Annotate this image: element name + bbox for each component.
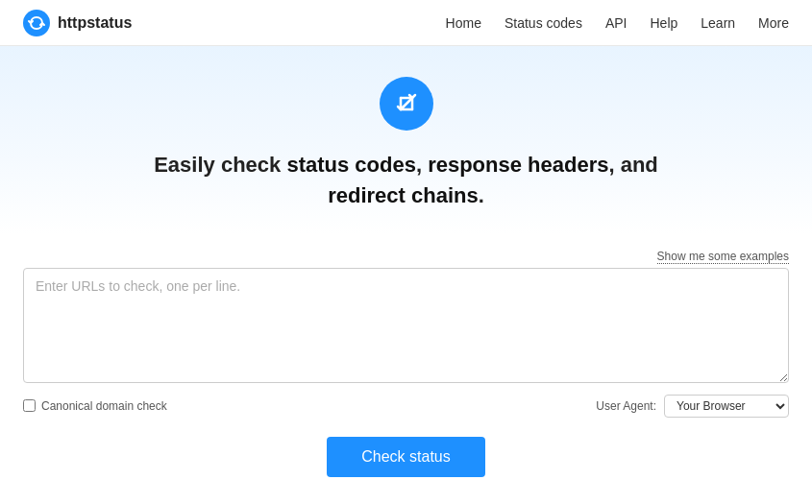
user-agent-select[interactable]: Your Browser Googlebot Bingbot Chrome Fi… (664, 395, 789, 418)
nav-link-home[interactable]: Home (446, 15, 481, 31)
check-status-row: Check status (23, 437, 789, 477)
brand-name: httpstatus (58, 14, 132, 32)
hero-icon-circle (380, 77, 433, 131)
user-agent-label: User Agent: (596, 399, 656, 413)
canonical-domain-label[interactable]: Canonical domain check (23, 399, 167, 413)
logo-area: httpstatus (23, 10, 132, 36)
bold-status-codes: status codes (286, 153, 416, 177)
show-examples-link[interactable]: Show me some examples (657, 250, 789, 264)
nav-link-status-codes[interactable]: Status codes (504, 15, 582, 31)
bold-redirect-chains: redirect chains (328, 183, 479, 207)
canonical-domain-checkbox[interactable] (23, 399, 36, 412)
svg-point-0 (23, 10, 50, 36)
check-status-button[interactable]: Check status (327, 437, 484, 477)
nav-link-api[interactable]: API (605, 15, 627, 31)
show-examples-row: Show me some examples (23, 250, 789, 264)
nav-link-learn[interactable]: Learn (701, 15, 735, 31)
navbar: httpstatus Home Status codes API Help Le… (0, 0, 812, 46)
options-row: Canonical domain check User Agent: Your … (23, 395, 789, 418)
bold-response-headers: response headers (428, 153, 608, 177)
canonical-domain-text: Canonical domain check (41, 399, 167, 413)
nav-link-more[interactable]: More (758, 15, 789, 31)
url-textarea[interactable] (23, 268, 789, 383)
hero-title: Easily check status codes, response head… (128, 150, 685, 211)
arrows-icon (391, 88, 422, 119)
logo-icon (23, 10, 50, 36)
main-content: Show me some examples Canonical domain c… (0, 234, 812, 477)
nav-link-help[interactable]: Help (650, 15, 677, 31)
hero-section: Easily check status codes, response head… (0, 46, 812, 234)
nav-links: Home Status codes API Help Learn More (446, 15, 789, 31)
user-agent-row: User Agent: Your Browser Googlebot Bingb… (596, 395, 789, 418)
